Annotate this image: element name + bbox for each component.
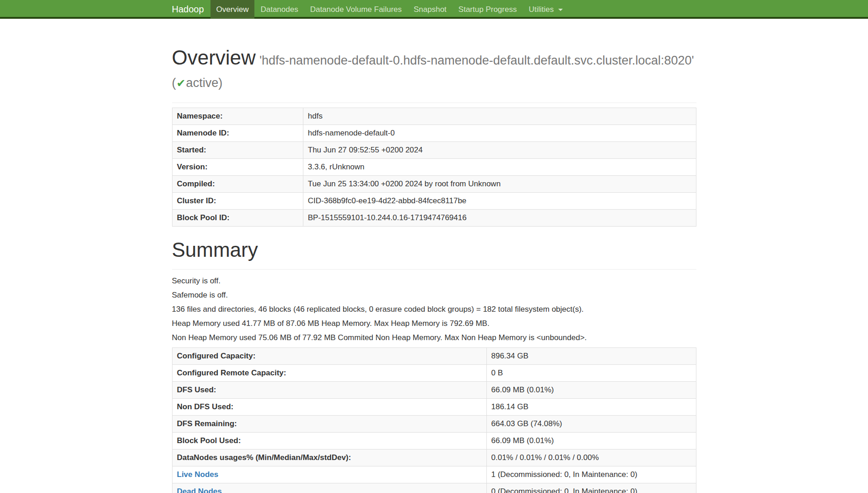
table-row: Block Pool Used: 66.09 MB (0.01%) xyxy=(172,433,696,450)
summary-paragraphs: Security is off. Safemode is off. 136 fi… xyxy=(172,276,696,343)
summary-text: Non Heap Memory used 75.06 MB of 77.92 M… xyxy=(172,333,696,343)
check-icon: ✔ xyxy=(176,77,186,89)
row-value-cell: CID-368b9fc0-ee19-4d22-abbd-84fcec8117be xyxy=(303,193,696,210)
row-value-cell: 1 (Decommissioned: 0, In Maintenance: 0) xyxy=(486,466,696,483)
row-label-cell: Non DFS Used: xyxy=(172,399,486,416)
capacity-table: Configured Capacity: 896.34 GB Configure… xyxy=(172,347,696,493)
row-label: Block Pool ID: xyxy=(177,213,230,222)
row-value-cell: 896.34 GB xyxy=(486,348,696,365)
summary-text: Safemode is off. xyxy=(172,290,696,300)
nav-item-label: Snapshot xyxy=(414,5,447,14)
table-row: Compiled: Tue Jun 25 13:34:00 +0200 2024… xyxy=(172,176,696,193)
nav-item-utilities[interactable]: Utilities xyxy=(523,0,569,19)
namenode-address: 'hdfs-namenode-default-0.hdfs-namenode-d… xyxy=(259,54,694,67)
navbar-brand[interactable]: Hadoop xyxy=(172,0,210,19)
table-row: Cluster ID: CID-368b9fc0-ee19-4d22-abbd-… xyxy=(172,193,696,210)
row-label-link[interactable]: Dead Nodes xyxy=(177,487,222,493)
summary-text: 136 files and directories, 46 blocks (46… xyxy=(172,304,696,314)
table-row: Namespace: hdfs xyxy=(172,108,696,125)
row-value-cell: Thu Jun 27 09:52:55 +0200 2024 xyxy=(303,142,696,159)
nav-item-startup-progress[interactable]: Startup Progress xyxy=(453,0,523,19)
row-value-cell: 186.14 GB xyxy=(486,399,696,416)
namenode-info-table: Namespace: hdfs Namenode ID: hdfs-nameno… xyxy=(172,108,696,227)
table-row: Namenode ID: hdfs-namenode-default-0 xyxy=(172,125,696,142)
row-label-cell: Block Pool ID: xyxy=(172,210,303,227)
navbar: Hadoop Overview Datanodes Datanode Volum… xyxy=(0,0,868,19)
row-value-cell: Tue Jun 25 13:34:00 +0200 2024 by root f… xyxy=(303,176,696,193)
table-row: Dead Nodes 0 (Decommissioned: 0, In Main… xyxy=(172,483,696,493)
row-label-cell: DataNodes usages% (Min/Median/Max/stdDev… xyxy=(172,450,486,466)
row-label-cell: Started: xyxy=(172,142,303,159)
table-row: Live Nodes 1 (Decommissioned: 0, In Main… xyxy=(172,466,696,483)
nav-item-label: Overview xyxy=(216,5,249,14)
table-row: Started: Thu Jun 27 09:52:55 +0200 2024 xyxy=(172,142,696,159)
row-label: Namespace: xyxy=(177,112,223,120)
nav-item-snapshot[interactable]: Snapshot xyxy=(408,0,453,19)
row-value-cell: 66.09 MB (0.01%) xyxy=(486,382,696,399)
row-label: Block Pool Used: xyxy=(177,436,241,445)
nav-item-datanodes[interactable]: Datanodes xyxy=(254,0,304,19)
row-value-cell: hdfs xyxy=(303,108,696,125)
nav-item-overview[interactable]: Overview xyxy=(210,0,255,19)
paren-close: ) xyxy=(218,76,222,90)
row-label-cell: DFS Used: xyxy=(172,382,486,399)
row-label: Configured Capacity: xyxy=(177,352,256,360)
row-label-cell: Version: xyxy=(172,159,303,176)
navbar-container: Hadoop Overview Datanodes Datanode Volum… xyxy=(165,0,703,19)
row-label: Configured Remote Capacity: xyxy=(177,368,286,377)
page-title-text: Overview xyxy=(172,46,256,69)
table-row: Non DFS Used: 186.14 GB xyxy=(172,399,696,416)
row-value-cell: 0.01% / 0.01% / 0.01% / 0.00% xyxy=(486,450,696,466)
row-label: Compiled: xyxy=(177,179,215,188)
row-label: Version: xyxy=(177,163,208,171)
row-label: DFS Remaining: xyxy=(177,419,237,428)
namenode-status: (✔active) xyxy=(172,72,696,94)
table-row: DFS Used: 66.09 MB (0.01%) xyxy=(172,382,696,399)
row-label-cell: Block Pool Used: xyxy=(172,433,486,450)
table-row: Configured Capacity: 896.34 GB xyxy=(172,348,696,365)
row-label-cell: Cluster ID: xyxy=(172,193,303,210)
table-row: DFS Remaining: 664.03 GB (74.08%) xyxy=(172,416,696,433)
row-label: DFS Used: xyxy=(177,385,216,394)
row-label: Cluster ID: xyxy=(177,196,216,205)
row-label-cell: Namenode ID: xyxy=(172,125,303,142)
table-row: Version: 3.3.6, rUnknown xyxy=(172,159,696,176)
row-value-cell: 66.09 MB (0.01%) xyxy=(486,433,696,450)
nav-item-datanode-volume-failures[interactable]: Datanode Volume Failures xyxy=(304,0,408,19)
caret-down-icon xyxy=(558,9,563,11)
summary-text: Security is off. xyxy=(172,276,696,286)
row-value-cell: BP-1515559101-10.244.0.16-1719474769416 xyxy=(303,210,696,227)
page-content: Overview'hdfs-namenode-default-0.hdfs-na… xyxy=(165,19,703,493)
row-label-cell: DFS Remaining: xyxy=(172,416,486,433)
nav-item-label: Datanodes xyxy=(260,5,298,14)
paren-open: ( xyxy=(172,76,176,90)
summary-title: Summary xyxy=(172,238,696,261)
row-label: Non DFS Used: xyxy=(177,402,234,411)
summary-divider xyxy=(172,269,696,270)
row-label-cell: Dead Nodes xyxy=(172,483,486,493)
page-title: Overview'hdfs-namenode-default-0.hdfs-na… xyxy=(172,46,696,72)
row-label-cell: Live Nodes xyxy=(172,466,486,483)
nav-item-label: Datanode Volume Failures xyxy=(310,5,402,14)
row-label-cell: Configured Remote Capacity: xyxy=(172,365,486,382)
header-divider xyxy=(172,103,696,103)
row-label: DataNodes usages% (Min/Median/Max/stdDev… xyxy=(177,453,351,462)
row-label-link[interactable]: Live Nodes xyxy=(177,470,219,479)
row-label: Namenode ID: xyxy=(177,129,229,137)
status-text: active xyxy=(186,76,219,90)
row-label-cell: Configured Capacity: xyxy=(172,348,486,365)
summary-text: Heap Memory used 41.77 MB of 87.06 MB He… xyxy=(172,319,696,329)
table-row: Block Pool ID: BP-1515559101-10.244.0.16… xyxy=(172,210,696,227)
table-row: DataNodes usages% (Min/Median/Max/stdDev… xyxy=(172,450,696,466)
row-label: Started: xyxy=(177,146,206,154)
nav-item-label: Utilities xyxy=(528,5,554,14)
row-value-cell: 664.03 GB (74.08%) xyxy=(486,416,696,433)
nav-item-label: Startup Progress xyxy=(458,5,517,14)
row-value-cell: 0 B xyxy=(486,365,696,382)
table-row: Configured Remote Capacity: 0 B xyxy=(172,365,696,382)
row-label-cell: Namespace: xyxy=(172,108,303,125)
row-value-cell: 3.3.6, rUnknown xyxy=(303,159,696,176)
row-value-cell: 0 (Decommissioned: 0, In Maintenance: 0) xyxy=(486,483,696,493)
navbar-menu: Overview Datanodes Datanode Volume Failu… xyxy=(210,0,569,19)
row-label-cell: Compiled: xyxy=(172,176,303,193)
